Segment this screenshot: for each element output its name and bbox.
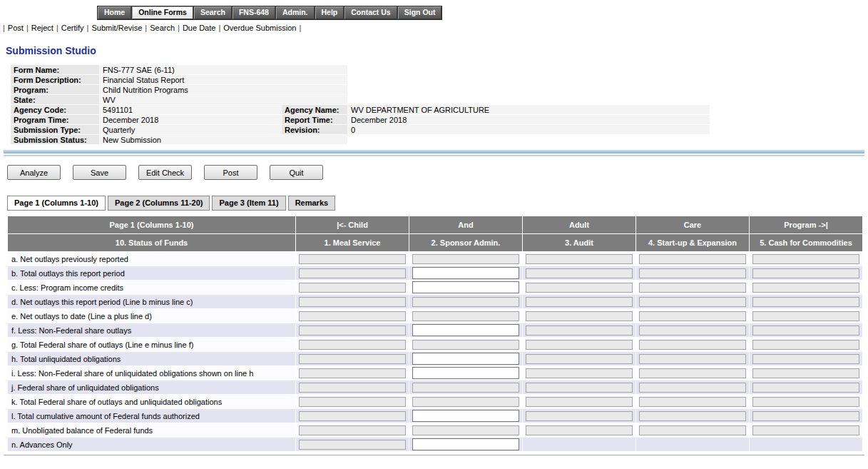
input-g-5 — [752, 340, 859, 350]
grid-row-n: n. Advances Only — [8, 438, 862, 451]
edit-check-button[interactable]: Edit Check — [138, 165, 192, 180]
grid-cell-e-3 — [523, 309, 635, 323]
row-label-i: i. Less: Non-Federal share of unliquidat… — [8, 366, 295, 380]
info-label-agency-name: Agency Name: — [282, 105, 347, 114]
grid-cell-f-4 — [636, 323, 749, 337]
grid-row-g: g. Total Federal share of outlays (Line … — [8, 338, 862, 351]
grid-header-1-meal-service: 1. Meal Service — [296, 234, 409, 251]
quit-button[interactable]: Quit — [270, 165, 323, 180]
input-b-1 — [299, 268, 406, 278]
grid-cell-c-3 — [523, 281, 635, 294]
grid-row-a: a. Net outlays previously reported — [8, 252, 862, 266]
topnav-sign-out[interactable]: Sign Out — [398, 6, 442, 19]
tab-page-1-columns-1-10[interactable]: Page 1 (Columns 1-10) — [7, 196, 106, 211]
grid-row-b: b. Total outlays this report period — [8, 266, 862, 280]
row-label-b: b. Total outlays this report period — [8, 266, 295, 280]
grid-cell-m-1 — [296, 423, 409, 437]
menu-item-reject[interactable]: Reject — [29, 24, 56, 32]
grid-cell-e-1 — [296, 309, 409, 323]
grid-cell-h-5 — [750, 352, 862, 365]
topnav-search[interactable]: Search — [194, 6, 232, 19]
input-a-5 — [752, 254, 859, 264]
input-l-5 — [752, 411, 859, 421]
row-label-c: c. Less: Program income credits — [8, 281, 295, 294]
input-c-2[interactable] — [412, 281, 519, 293]
grid-cell-k-5 — [750, 395, 862, 408]
tab-remarks[interactable]: Remarks — [288, 196, 335, 211]
grid-header-4-start-up-expansion: 4. Start-up & Expansion — [636, 234, 749, 251]
grid-row-e: e. Net outlays to date (Line a plus line… — [8, 309, 862, 323]
input-k-4 — [639, 397, 746, 407]
input-f-3 — [526, 326, 633, 336]
input-j-2 — [412, 383, 519, 393]
menu-separator: | — [299, 24, 301, 32]
page-title: Submission Studio — [6, 45, 868, 56]
input-g-3 — [526, 340, 633, 350]
menu-bar: |Post|Reject|Certify|Submit/Revise|Searc… — [0, 20, 868, 34]
grid-row-h: h. Total unliquidated obligations — [8, 352, 862, 365]
topnav-online-forms[interactable]: Online Forms — [132, 6, 193, 19]
bottom-divider — [4, 455, 864, 455]
info-value-state: WV — [100, 95, 347, 104]
input-e-3 — [526, 311, 633, 321]
grid-header-row: Page 1 (Columns 1-10)|<- ChildAndAdultCa… — [8, 216, 862, 233]
input-f-2[interactable] — [412, 324, 519, 336]
menu-item-post[interactable]: Post — [5, 24, 26, 32]
menu-item-certify[interactable]: Certify — [58, 24, 87, 32]
input-h-3 — [526, 354, 633, 364]
menu-item-search[interactable]: Search — [147, 24, 178, 32]
menu-item-submit-revise[interactable]: Submit/Revise — [88, 24, 145, 32]
save-button[interactable]: Save — [73, 165, 126, 180]
post-button[interactable]: Post — [204, 165, 257, 180]
input-c-4 — [639, 283, 746, 293]
info-blank — [348, 85, 710, 94]
input-c-5 — [752, 283, 859, 293]
input-f-1 — [299, 326, 406, 336]
divider-bar-bottom — [4, 155, 864, 157]
grid-cell-l-4 — [636, 409, 749, 423]
input-i-2[interactable] — [412, 367, 519, 379]
grid-header-care: Care — [636, 216, 749, 233]
input-d-3 — [526, 297, 633, 307]
input-n-2[interactable] — [412, 438, 519, 450]
analyze-button[interactable]: Analyze — [7, 165, 61, 180]
toolbar: AnalyzeSaveEdit CheckPostQuit — [7, 165, 868, 180]
grid-cell-a-1 — [296, 252, 409, 266]
status-of-funds-table: Page 1 (Columns 1-10)|<- ChildAndAdultCa… — [7, 216, 863, 452]
grid-header-2-sponsor-admin: 2. Sponsor Admin. — [409, 234, 522, 251]
topnav-help[interactable]: Help — [315, 6, 344, 19]
topnav-contact-us[interactable]: Contact Us — [344, 6, 397, 19]
input-b-2[interactable] — [412, 267, 519, 279]
grid-cell-g-1 — [296, 338, 409, 351]
divider-bar-top — [4, 150, 864, 153]
grid-cell-j-1 — [296, 380, 409, 394]
input-l-2[interactable] — [412, 410, 519, 422]
grid-cell-g-5 — [750, 338, 862, 351]
grid-cell-g-2 — [409, 338, 522, 351]
grid-cell-b-5 — [750, 266, 862, 280]
menu-item-overdue-submission[interactable]: Overdue Submission — [220, 24, 299, 32]
grid-row-i: i. Less: Non-Federal share of unliquidat… — [8, 366, 862, 380]
grid-cell-e-5 — [750, 309, 862, 323]
menu-item-due-date[interactable]: Due Date — [180, 24, 218, 32]
grid-cell-m-3 — [523, 423, 635, 437]
grid-cell-n-4 — [636, 438, 749, 451]
input-k-5 — [752, 397, 859, 407]
input-m-5 — [752, 425, 859, 435]
grid-cell-h-2 — [409, 352, 522, 365]
topnav-fns-648[interactable]: FNS-648 — [233, 6, 275, 19]
info-label-report-time: Report Time: — [282, 115, 347, 124]
info-label-submission-type: Submission Type: — [11, 125, 99, 134]
tab-page-3-item-11[interactable]: Page 3 (Item 11) — [212, 196, 285, 211]
tab-page-2-columns-11-20[interactable]: Page 2 (Columns 11-20) — [108, 196, 210, 211]
topnav-admin[interactable]: Admin. — [276, 6, 315, 19]
grid-header-3-audit: 3. Audit — [523, 234, 635, 251]
input-a-2 — [412, 254, 519, 264]
info-value-submission-type: Quarterly — [100, 125, 281, 134]
info-value-agency-code: 5491101 — [100, 105, 281, 114]
topnav-home[interactable]: Home — [98, 6, 131, 19]
input-b-3 — [526, 268, 633, 278]
grid-cell-i-4 — [636, 366, 749, 380]
input-h-2[interactable] — [412, 353, 519, 365]
grid-cell-h-1 — [296, 352, 409, 365]
